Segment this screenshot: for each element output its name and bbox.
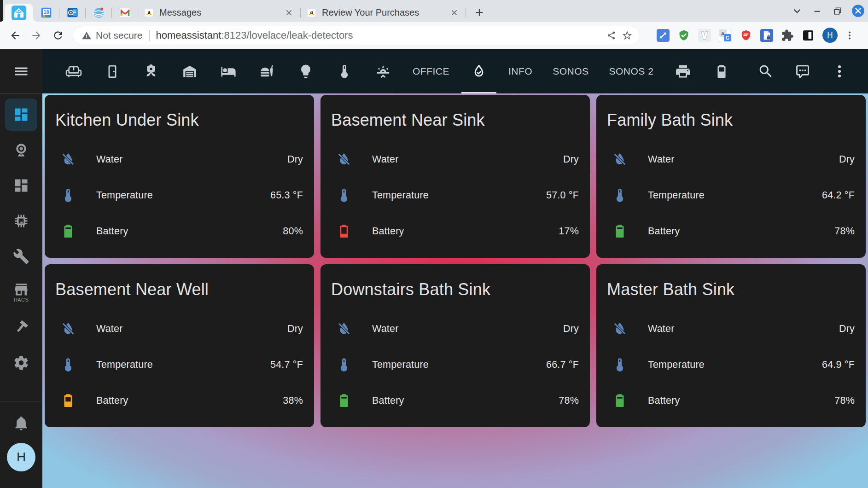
pinned-tab-att[interactable]	[86, 4, 111, 22]
close-tab-icon[interactable]	[448, 7, 460, 19]
reload-button[interactable]	[49, 26, 67, 45]
entity-card[interactable]: Kitchen Under SinkWaterDryTemperature65.…	[45, 95, 314, 258]
ha-tab-printer[interactable]	[664, 49, 702, 93]
entity-row-water[interactable]: WaterDry	[607, 141, 855, 177]
entity-value[interactable]: 54.7 °F	[270, 359, 303, 371]
entity-value[interactable]: 66.7 °F	[546, 359, 579, 371]
restore-button[interactable]	[827, 0, 848, 22]
ha-tab-sunset-up[interactable]	[364, 49, 402, 93]
entity-value[interactable]: 80%	[283, 226, 303, 237]
extension-extlock[interactable]	[756, 26, 777, 45]
ha-tab-water-check[interactable]	[460, 49, 498, 93]
entity-row-water[interactable]: WaterDry	[607, 311, 855, 347]
entity-row-battery[interactable]: Battery38%	[56, 383, 303, 418]
entity-value[interactable]: 64.2 °F	[822, 190, 855, 201]
browser-menu-button[interactable]	[840, 26, 859, 45]
tab-review-your-purchases[interactable]: Review Your Purchases	[301, 4, 466, 22]
ha-action-magnify[interactable]	[747, 53, 784, 90]
extension-extresize[interactable]	[652, 26, 673, 45]
entity-value[interactable]: Dry	[287, 323, 303, 335]
entity-value[interactable]: Dry	[839, 323, 855, 335]
ha-tab-garage[interactable]	[170, 49, 209, 93]
browser-profile-avatar[interactable]: H	[822, 28, 838, 43]
extension-extadguard[interactable]	[735, 26, 756, 45]
entity-row-battery[interactable]: Battery80%	[56, 213, 303, 249]
close-tab-icon[interactable]	[283, 7, 295, 19]
sidebar-menu-button[interactable]	[0, 49, 42, 93]
entity-row-water[interactable]: WaterDry	[332, 311, 579, 347]
sidebar-item-store[interactable]: HACS	[5, 276, 37, 308]
entity-value[interactable]: Dry	[563, 323, 579, 335]
entity-card[interactable]: Basement Near SinkWaterDryTemperature57.…	[320, 95, 590, 258]
entity-value[interactable]: Dry	[563, 154, 579, 165]
sidebar-item-view-dashboard-variant[interactable]	[5, 169, 37, 202]
entity-value[interactable]: Dry	[839, 154, 855, 165]
entity-row-water[interactable]: WaterDry	[332, 141, 579, 177]
entity-value[interactable]: 65.3 °F	[270, 190, 303, 201]
ha-tab-sonos[interactable]: SONOS	[542, 49, 599, 93]
pinned-tab-outlook[interactable]	[59, 4, 85, 22]
address-bar[interactable]: Not secure homeassistant:8123/lovelace/l…	[73, 26, 640, 45]
entity-row-water[interactable]: WaterDry	[56, 311, 303, 347]
entity-row-temperature[interactable]: Temperature64.2 °F	[607, 177, 855, 213]
entity-row-temperature[interactable]: Temperature66.7 °F	[332, 347, 579, 383]
entity-row-battery[interactable]: Battery78%	[332, 383, 579, 418]
ha-tab-office[interactable]: OFFICE	[402, 49, 460, 93]
extension-extshield[interactable]	[673, 26, 694, 45]
entity-value[interactable]: 78%	[834, 226, 855, 237]
sidebar-item-webcam[interactable]	[5, 134, 37, 166]
ha-tab-door[interactable]	[93, 49, 132, 93]
tab-search-chevron-icon[interactable]	[787, 0, 807, 22]
ha-action-chat[interactable]	[784, 53, 821, 90]
entity-row-battery[interactable]: Battery78%	[607, 213, 855, 249]
entity-card[interactable]: Basement Near WellWaterDryTemperature54.…	[45, 264, 314, 427]
extension-extdark[interactable]	[798, 26, 818, 45]
url-text[interactable]: homeassistant:8123/lovelace/leak-detecto…	[156, 29, 353, 41]
not-secure-warning-icon[interactable]	[82, 30, 92, 41]
entity-value[interactable]: 64.9 °F	[822, 359, 855, 371]
bookmark-star-button[interactable]	[619, 28, 635, 43]
entity-row-temperature[interactable]: Temperature65.3 °F	[56, 177, 303, 213]
minimize-button[interactable]	[807, 0, 827, 22]
entity-card[interactable]: Downstairs Bath SinkWaterDryTemperature6…	[320, 264, 590, 427]
entity-card[interactable]: Master Bath SinkWaterDryTemperature64.9 …	[596, 264, 866, 427]
entity-value[interactable]: 57.0 °F	[546, 190, 579, 201]
ha-tab-sonos-2[interactable]: SONOS 2	[599, 49, 664, 93]
sidebar-item-chip[interactable]	[5, 205, 37, 237]
extension-exttranslate[interactable]	[715, 26, 735, 45]
entity-row-battery[interactable]: Battery78%	[607, 383, 855, 418]
forward-button[interactable]	[27, 26, 46, 45]
entity-row-water[interactable]: WaterDry	[56, 141, 303, 177]
entity-value[interactable]: 38%	[283, 395, 303, 407]
ha-tab-food[interactable]	[248, 49, 286, 93]
ha-action-dots-vertical[interactable]	[821, 53, 858, 90]
share-button[interactable]	[604, 28, 619, 43]
ha-user-avatar[interactable]: H	[7, 443, 35, 471]
sidebar-item-view-dashboard[interactable]	[5, 99, 37, 131]
entity-row-battery[interactable]: Battery17%	[332, 213, 579, 249]
ha-tab-info[interactable]: INFO	[498, 49, 542, 93]
sidebar-item-hammer[interactable]	[5, 311, 37, 343]
ha-tab-flower[interactable]	[132, 49, 170, 93]
new-tab-button[interactable]	[472, 6, 486, 19]
sidebar-item-cog[interactable]	[5, 347, 37, 379]
entity-card[interactable]: Family Bath SinkWaterDryTemperature64.2 …	[596, 95, 866, 258]
back-button[interactable]	[6, 26, 24, 45]
extension-extv[interactable]	[694, 26, 715, 45]
entity-value[interactable]: 78%	[559, 395, 579, 407]
entity-row-temperature[interactable]: Temperature64.9 °F	[607, 347, 855, 383]
entity-value[interactable]: Dry	[287, 154, 303, 165]
close-window-button[interactable]	[848, 0, 868, 22]
entity-row-temperature[interactable]: Temperature54.7 °F	[56, 347, 303, 383]
tab-messages[interactable]: Messages	[138, 4, 300, 22]
extension-puzzle[interactable]	[777, 26, 798, 45]
notifications-bell-button[interactable]	[5, 407, 37, 439]
entity-value[interactable]: 78%	[834, 395, 855, 407]
sidebar-item-wrench[interactable]	[5, 240, 37, 273]
ha-tab-bulb[interactable]	[286, 49, 325, 93]
ha-tab-bed[interactable]	[209, 49, 248, 93]
tab-home-assistant[interactable]	[5, 4, 33, 22]
ha-tab-thermometer[interactable]	[325, 49, 364, 93]
ha-tab-sofa[interactable]	[54, 49, 93, 93]
pinned-tab-gmail[interactable]	[112, 4, 138, 22]
